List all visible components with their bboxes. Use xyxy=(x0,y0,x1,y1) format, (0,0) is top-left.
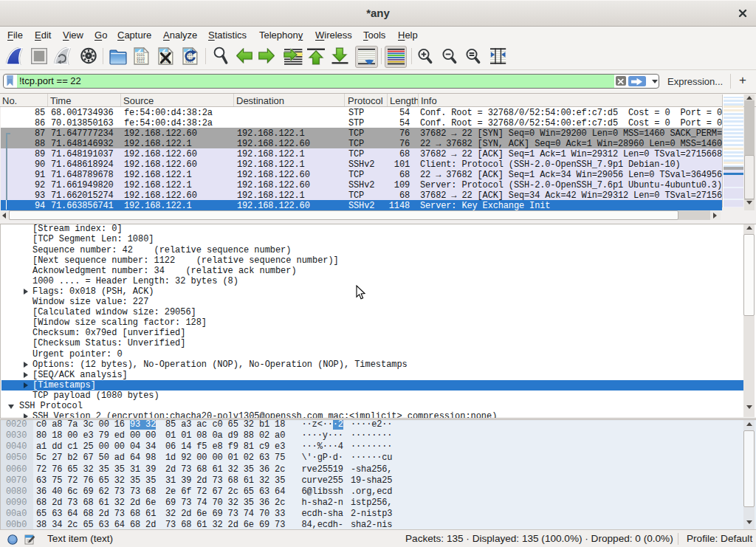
svg-text:0111: 0111 xyxy=(137,60,145,63)
